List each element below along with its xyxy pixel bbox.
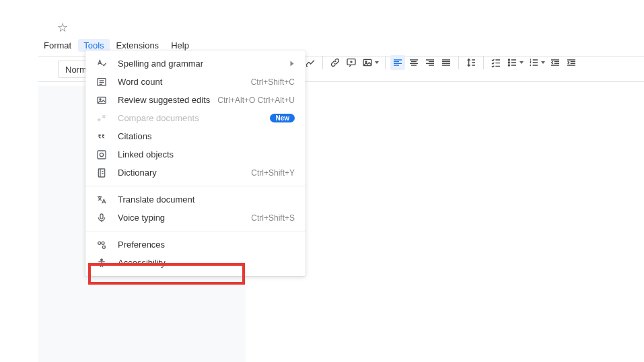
menu-item-shortcut: Ctrl+Shift+S <box>251 213 295 223</box>
menu-item-translate-document[interactable]: Translate document <box>85 190 306 209</box>
star-icon[interactable]: ☆ <box>57 20 644 35</box>
svg-point-13 <box>98 242 101 244</box>
toolbar-separator <box>322 56 323 69</box>
svg-point-5 <box>508 65 509 66</box>
translate-icon <box>95 193 108 207</box>
toolbar-separator <box>458 56 459 69</box>
accessibility-icon <box>95 256 108 270</box>
svg-rect-12 <box>100 214 103 219</box>
menu-item-spelling-and-grammar[interactable]: Spelling and grammar <box>85 55 306 73</box>
svg-rect-9 <box>98 151 106 159</box>
menu-item-label: Accessibility <box>118 258 295 268</box>
menu-item-label: Translate document <box>118 194 295 205</box>
preferences-icon <box>95 238 108 252</box>
toolbar-separator <box>483 56 484 69</box>
insert-image-button[interactable] <box>360 55 375 70</box>
new-badge: New <box>270 114 295 122</box>
menu-item-compare-documents: Compare documents New <box>85 109 306 127</box>
menu-format[interactable]: Format <box>38 39 77 52</box>
svg-point-10 <box>100 153 103 156</box>
microphone-icon <box>95 211 108 225</box>
review-edits-icon <box>95 94 108 107</box>
menu-item-citations[interactable]: Citations <box>85 127 306 145</box>
tools-menu-dropdown: Spelling and grammar Word count Ctrl+Shi… <box>85 50 306 276</box>
menu-item-label: Word count <box>118 77 251 87</box>
svg-point-16 <box>101 259 103 261</box>
align-right-button[interactable] <box>423 55 437 70</box>
decrease-indent-button[interactable] <box>548 55 563 70</box>
numbered-list-button[interactable] <box>526 55 541 70</box>
chevron-down-icon[interactable] <box>375 61 379 64</box>
svg-point-2 <box>365 61 367 63</box>
menu-extensions[interactable]: Extensions <box>111 39 165 52</box>
menu-item-shortcut: Ctrl+Shift+C <box>251 77 295 87</box>
menu-item-shortcut: Ctrl+Shift+Y <box>251 168 295 178</box>
menu-item-word-count[interactable]: Word count Ctrl+Shift+C <box>85 73 306 91</box>
menu-tools[interactable]: Tools <box>78 39 109 52</box>
menu-item-review-suggested-edits[interactable]: Review suggested edits Ctrl+Alt+O Ctrl+A… <box>85 91 306 109</box>
menu-item-label: Voice typing <box>118 213 251 223</box>
svg-point-14 <box>102 242 104 244</box>
menu-separator <box>85 231 306 231</box>
menu-item-label: Compare documents <box>118 113 270 123</box>
align-left-button[interactable] <box>390 55 405 70</box>
align-justify-button[interactable] <box>439 55 454 70</box>
menu-item-preferences[interactable]: Preferences <box>85 236 306 254</box>
menu-separator <box>85 186 306 186</box>
menu-item-voice-typing[interactable]: Voice typing Ctrl+Shift+S <box>85 209 306 227</box>
checklist-button[interactable] <box>489 55 503 70</box>
compare-icon <box>95 112 108 125</box>
chevron-down-icon[interactable] <box>541 61 545 64</box>
linked-objects-icon <box>95 148 108 161</box>
svg-point-8 <box>100 98 101 100</box>
submenu-arrow-icon <box>291 61 294 67</box>
menu-item-label: Spelling and grammar <box>118 59 285 69</box>
svg-point-4 <box>508 62 509 63</box>
right-toolbar <box>289 50 579 75</box>
dictionary-icon <box>95 166 108 180</box>
align-center-button[interactable] <box>406 55 421 70</box>
menu-item-label: Linked objects <box>118 149 295 159</box>
insert-link-button[interactable] <box>328 55 343 70</box>
menu-item-label: Preferences <box>118 240 295 250</box>
spellcheck-icon <box>95 57 108 71</box>
increase-indent-button[interactable] <box>564 55 579 70</box>
menu-item-label: Review suggested edits <box>118 95 217 105</box>
citations-icon <box>95 130 108 143</box>
menu-item-linked-objects[interactable]: Linked objects <box>85 145 306 164</box>
toolbar-separator <box>385 56 386 69</box>
word-count-icon <box>95 75 108 89</box>
menu-item-label: Citations <box>118 131 295 141</box>
svg-point-3 <box>508 59 509 61</box>
add-comment-button[interactable] <box>344 55 359 70</box>
menu-item-accessibility[interactable]: Accessibility <box>85 254 306 272</box>
menu-help[interactable]: Help <box>166 39 194 52</box>
chevron-down-icon[interactable] <box>520 61 524 64</box>
bulleted-list-button[interactable] <box>505 55 520 70</box>
menu-item-dictionary[interactable]: Dictionary Ctrl+Shift+Y <box>85 164 306 182</box>
menu-item-shortcut: Ctrl+Alt+O Ctrl+Alt+U <box>217 96 295 105</box>
line-spacing-button[interactable] <box>464 55 478 70</box>
menu-item-label: Dictionary <box>118 168 251 178</box>
